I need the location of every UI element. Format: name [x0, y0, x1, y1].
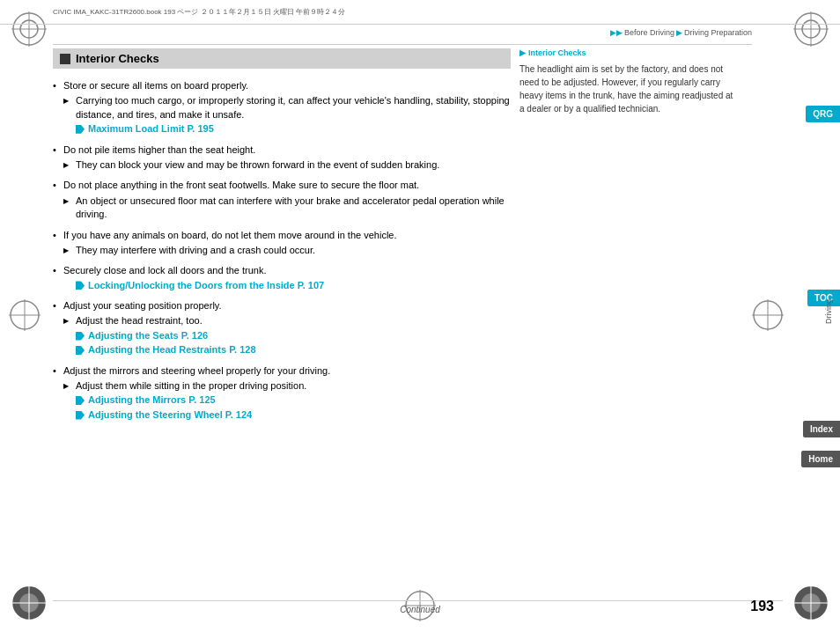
list-item: Adjust the mirrors and steering wheel pr… [53, 364, 511, 423]
top-rule [53, 44, 752, 45]
continued-text: Continued [400, 605, 440, 614]
breadcrumb-part2: Driving Preparation [684, 28, 752, 37]
link-item: Locking/Unlocking the Doors from the Ins… [63, 279, 511, 292]
link-item: Adjusting the Mirrors P. 125 [63, 393, 511, 407]
breadcrumb: ▶▶ Before Driving ▶ Driving Preparation [610, 28, 752, 37]
link-icon [76, 346, 85, 355]
sub-item: Carrying too much cargo, or improperly s… [63, 94, 511, 121]
link-adjusting-seats[interactable]: Adjusting the Seats P. 126 [88, 329, 208, 342]
corner-decoration-bl [7, 581, 51, 625]
sidebar-driving-label: Driving [824, 299, 833, 324]
link-item: Adjusting the Seats P. 126 [63, 329, 511, 342]
top-header: CIVIC IMA_KAKC-31TR2600.book 193 ページ ２０１… [0, 0, 840, 25]
bottom-rule [53, 600, 783, 601]
link-adjusting-head-restraints[interactable]: Adjusting the Head Restraints P. 128 [88, 343, 256, 356]
tab-index[interactable]: Index [803, 421, 840, 437]
sub-item: They may interfere with driving and a cr… [63, 244, 511, 257]
section-header: Interior Checks [53, 48, 511, 69]
list-item-main: Do not pile items higher than the seat h… [63, 144, 255, 155]
sub-item: Adjust them while sitting in the proper … [63, 379, 511, 393]
right-panel-header: ▶ Interior Checks [519, 48, 735, 57]
right-panel-title: Interior Checks [528, 48, 586, 57]
list-item-main: Adjust the mirrors and steering wheel pr… [63, 365, 330, 376]
link-item: Adjusting the Head Restraints P. 128 [63, 343, 511, 356]
list-item: Adjust your seating position properly. A… [53, 299, 511, 357]
list-item: If you have any animals on board, do not… [53, 229, 511, 258]
right-sidebar: QRG TOC Driving Index Home [787, 53, 840, 599]
tab-home[interactable]: Home [801, 451, 840, 467]
main-content: Interior Checks Store or secure all item… [53, 48, 511, 597]
link-adjusting-mirrors[interactable]: Adjusting the Mirrors P. 125 [88, 393, 216, 407]
breadcrumb-arrow1: ▶▶ [610, 28, 623, 37]
list-item-main: Do not place anything in the front seat … [63, 180, 419, 190]
section-icon [60, 54, 70, 64]
page-number: 193 [750, 599, 774, 614]
sub-item: Adjust the head restraint, too. [63, 314, 511, 327]
breadcrumb-part1: Before Driving [624, 28, 674, 37]
list-item: Securely close and lock all doors and th… [53, 264, 511, 292]
list-item: Do not place anything in the front seat … [53, 179, 511, 221]
link-icon [76, 125, 85, 134]
mid-right-crosshair [750, 298, 785, 334]
list-item-main: Store or secure all items on board prope… [63, 80, 248, 91]
link-text[interactable]: Maximum Load Limit P. 195 [88, 122, 214, 136]
file-info: CIVIC IMA_KAKC-31TR2600.book 193 ページ ２０１… [53, 7, 345, 17]
right-content-panel: ▶ Interior Checks The headlight aim is s… [519, 48, 735, 597]
list-item: Do not pile items higher than the seat h… [53, 143, 511, 173]
tab-qrg[interactable]: QRG [806, 106, 840, 122]
list-item: Store or secure all items on board prope… [53, 79, 511, 136]
list-item-main: If you have any animals on board, do not… [63, 230, 397, 240]
content-list: Store or secure all items on board prope… [53, 79, 511, 422]
sub-item: An object or unsecured floor mat can int… [63, 195, 511, 222]
right-panel-arrow: ▶ [519, 48, 526, 57]
link-icon [76, 332, 85, 341]
section-title: Interior Checks [76, 52, 159, 65]
link-text[interactable]: Locking/Unlocking the Doors from the Ins… [88, 279, 324, 292]
breadcrumb-arrow2: ▶ [676, 28, 682, 37]
link-icon [76, 411, 85, 420]
link-icon [76, 281, 85, 290]
link-icon [76, 396, 85, 405]
list-item-main: Adjust your seating position properly. [63, 300, 222, 311]
list-item-main: Securely close and lock all doors and th… [63, 265, 267, 276]
link-adjusting-steering-wheel[interactable]: Adjusting the Steering Wheel P. 124 [88, 408, 252, 422]
sub-item: They can block your view and may be thro… [63, 158, 511, 172]
right-panel-text: The headlight aim is set by the factory,… [519, 62, 735, 115]
link-item: Maximum Load Limit P. 195 [63, 122, 511, 136]
link-item: Adjusting the Steering Wheel P. 124 [63, 408, 511, 422]
mid-left-crosshair [7, 298, 42, 334]
